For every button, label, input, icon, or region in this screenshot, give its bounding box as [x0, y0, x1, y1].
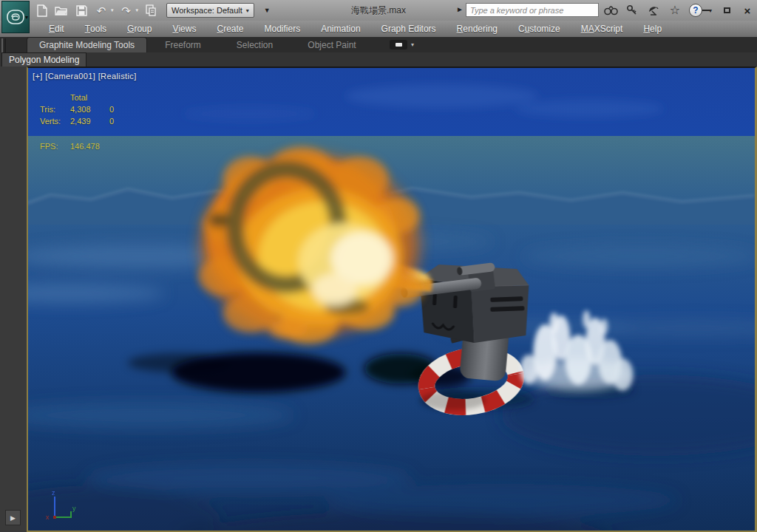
menu-views[interactable]: Views: [162, 21, 206, 37]
save-file-icon[interactable]: [74, 3, 89, 18]
collapsed-ribbon-strip: ▶: [0, 66, 27, 532]
menu-tools[interactable]: Tools: [75, 21, 117, 37]
infocenter-arrow-icon[interactable]: ►: [456, 5, 464, 13]
ribbon-tabs: Graphite Modeling Tools Freeform Selecti…: [27, 37, 373, 52]
menu-customize[interactable]: Customize: [508, 21, 571, 37]
world-axis-gizmo: x z y: [44, 488, 80, 523]
workspace-label: Workspace: Default: [172, 6, 242, 15]
toolbar-overflow-icon[interactable]: ▼: [264, 7, 271, 14]
search-input[interactable]: [466, 3, 599, 17]
ribbon-minimize-icon[interactable]: [390, 40, 407, 50]
new-file-icon[interactable]: [34, 3, 49, 18]
title-bar: ↶ ▾ ↷ ▾ Workspace: Default ▾ ▼ 海戰場景.max …: [0, 0, 757, 21]
key-icon[interactable]: [625, 3, 639, 18]
svg-text:z: z: [52, 489, 55, 497]
svg-text:y: y: [72, 505, 76, 512]
menu-create[interactable]: Create: [206, 21, 254, 37]
menu-graph-editors[interactable]: Graph Editors: [371, 21, 447, 37]
workspace-dropdown[interactable]: Workspace: Default ▾: [166, 3, 254, 18]
menu-edit[interactable]: Edit: [38, 21, 75, 37]
redo-icon[interactable]: ↷: [119, 3, 134, 18]
favorites-star-icon[interactable]: ☆: [668, 3, 682, 18]
tab-polygon-modeling[interactable]: Polygon Modeling: [1, 52, 86, 66]
open-file-icon[interactable]: [54, 3, 69, 18]
satellite-dish-icon[interactable]: [646, 3, 661, 18]
menu-maxscript[interactable]: MAXScript: [571, 21, 634, 37]
undo-icon[interactable]: ↶: [94, 3, 109, 18]
binoculars-icon[interactable]: [603, 3, 618, 18]
ribbon-expand-arrow-icon[interactable]: ▶: [5, 510, 21, 525]
tab-graphite-modeling-tools[interactable]: Graphite Modeling Tools: [27, 37, 147, 52]
max-window: ↶ ▾ ↷ ▾ Workspace: Default ▾ ▼ 海戰場景.max …: [0, 0, 757, 532]
menu-bar: Edit Tools Group Views Create Modifiers …: [0, 21, 757, 37]
tab-object-paint[interactable]: Object Paint: [291, 37, 373, 52]
quick-access-toolbar: ↶ ▾ ↷ ▾ Workspace: Default ▾ ▼: [34, 0, 271, 21]
ribbon-subtab-row: [0, 52, 757, 66]
menu-group[interactable]: Group: [117, 21, 162, 37]
maximize-button[interactable]: [722, 5, 732, 16]
minimize-button[interactable]: [701, 5, 711, 16]
tab-selection[interactable]: Selection: [219, 37, 291, 52]
project-folder-icon[interactable]: [143, 3, 158, 18]
window-controls: ×: [701, 0, 753, 21]
scene-render: [28, 68, 755, 531]
menu-help[interactable]: Help: [633, 21, 672, 37]
svg-text:x: x: [46, 514, 50, 521]
menu-rendering[interactable]: Rendering: [447, 21, 508, 37]
undo-dropdown-caret[interactable]: ▾: [111, 7, 114, 13]
camera-viewport[interactable]: [+] [Camera001] [Realistic] Total Tris:4…: [27, 66, 757, 532]
viewport-statistics: Total Tris:4,3080 Verts:2,4390: [40, 92, 114, 127]
workspace-caret-icon: ▾: [246, 7, 249, 14]
ribbon-minimize-caret[interactable]: ▾: [411, 41, 414, 48]
menu-modifiers[interactable]: Modifiers: [254, 21, 311, 37]
redo-dropdown-caret[interactable]: ▾: [136, 7, 139, 13]
close-button[interactable]: ×: [742, 5, 753, 16]
viewport-label[interactable]: [+] [Camera001] [Realistic]: [33, 72, 137, 81]
logo-dropdown-caret: ▾: [25, 14, 28, 21]
fps-readout: FPS:146.478: [40, 142, 100, 151]
app-logo-button[interactable]: ▾: [1, 1, 30, 33]
tab-freeform[interactable]: Freeform: [147, 37, 219, 52]
menu-animation[interactable]: Animation: [310, 21, 370, 37]
max-logo-icon: [6, 7, 25, 27]
infocenter-toolbar: ☆ ? ▾: [603, 0, 712, 21]
